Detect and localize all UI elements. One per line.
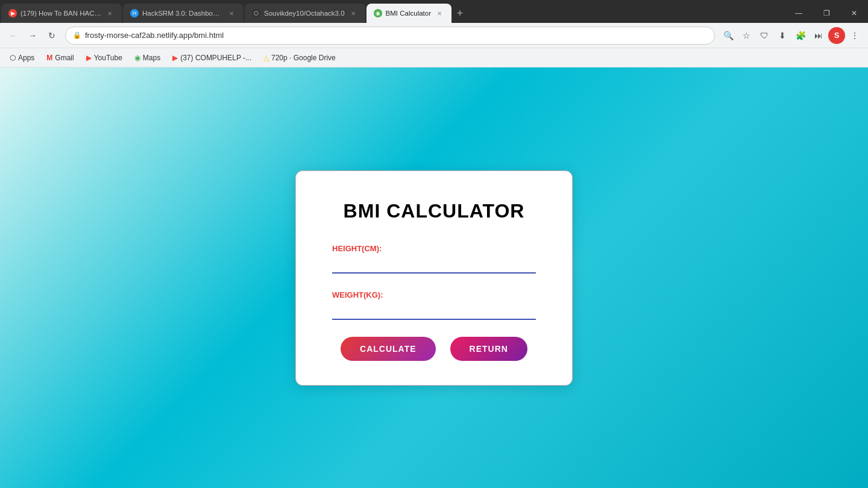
bookmark-youtube[interactable]: ▶ YouTube (81, 52, 127, 63)
nav-right-controls: 🔍 ☆ 🛡 ⬇ 🧩 ⏭ S ⋮ (720, 27, 863, 44)
height-input[interactable] (332, 257, 536, 274)
tab-github[interactable]: ⬡ Souvikdey10/Octahack3.0 ✕ (245, 4, 365, 23)
maps-label: Maps (143, 54, 160, 62)
tab-favicon-bmi: ◉ (374, 9, 382, 17)
tab-close-hacksrm[interactable]: ✕ (227, 8, 236, 18)
lock-icon: 🔒 (73, 31, 81, 39)
youtube-favicon: ▶ (86, 54, 92, 62)
refresh-button[interactable]: ↻ (43, 27, 60, 44)
tab-favicon-hacksrm: H (130, 9, 139, 17)
tab-close-hackers[interactable]: ✕ (105, 8, 115, 18)
drive-label: 720p · Google Drive (271, 54, 336, 62)
weight-label: WEIGHT(KG): (332, 290, 536, 299)
bookmark-star-btn[interactable]: ☆ (738, 27, 755, 44)
shield-btn[interactable]: 🛡 (756, 27, 773, 44)
apps-favicon: ⬡ (10, 54, 16, 62)
extensions-btn[interactable]: 🧩 (792, 27, 809, 44)
apps-label: Apps (18, 54, 34, 62)
tab-title-bmi: BMI Calculator (386, 10, 431, 17)
bookmark-maps[interactable]: ◉ Maps (130, 52, 165, 63)
compuhelp-label: (37) COMPUHELP -... (180, 54, 251, 62)
back-button[interactable]: ← (5, 27, 22, 44)
profile-button[interactable]: S (828, 27, 845, 44)
weight-group: WEIGHT(KG): (332, 290, 536, 320)
bmi-card: BMI CALCULATOR HEIGHT(CM): WEIGHT(KG): C… (295, 170, 573, 386)
drive-favicon: △ (263, 54, 269, 62)
search-icon-btn[interactable]: 🔍 (720, 27, 737, 44)
close-button[interactable]: ✕ (840, 4, 868, 23)
maximize-button[interactable]: ❐ (813, 4, 840, 23)
nav-bar: ← → ↻ 🔒 frosty-morse-caf2ab.netlify.app/… (0, 23, 868, 48)
tab-hacksrm[interactable]: H HackSRM 3.0: Dashboard | Dev... ✕ (123, 4, 244, 23)
maps-favicon: ◉ (134, 54, 140, 62)
media-btn[interactable]: ⏭ (810, 27, 827, 44)
return-button[interactable]: RETURN (450, 337, 527, 361)
minimize-button[interactable]: — (785, 4, 813, 23)
page-content: BMI CALCULATOR HEIGHT(CM): WEIGHT(KG): C… (0, 67, 868, 488)
tab-close-bmi[interactable]: ✕ (435, 8, 444, 18)
title-bar: ▶ (179) How To BAN HACKERS 😂 ✕ H HackSRM… (0, 0, 868, 23)
tab-title-hackers: (179) How To BAN HACKERS 😂 (20, 9, 101, 17)
window-controls: — ❐ ✕ (785, 4, 868, 23)
downloads-btn[interactable]: ⬇ (774, 27, 791, 44)
bookmarks-bar: ⬡ Apps M Gmail ▶ YouTube ◉ Maps ▶ (37) C… (0, 48, 868, 67)
bookmark-compuhelp[interactable]: ▶ (37) COMPUHELP -... (168, 52, 256, 63)
forward-button[interactable]: → (24, 27, 41, 44)
bookmark-drive[interactable]: △ 720p · Google Drive (259, 52, 341, 63)
weight-input[interactable] (332, 303, 536, 320)
bookmark-apps[interactable]: ⬡ Apps (5, 52, 39, 63)
address-text: frosty-morse-caf2ab.netlify.app/bmi.html (85, 31, 707, 40)
tab-favicon-github: ⬡ (252, 9, 260, 17)
tab-favicon-hackers: ▶ (8, 9, 17, 17)
address-bar[interactable]: 🔒 frosty-morse-caf2ab.netlify.app/bmi.ht… (65, 27, 715, 45)
tab-title-github: Souvikdey10/Octahack3.0 (264, 10, 345, 17)
button-row: CALCULATE RETURN (332, 337, 536, 361)
height-group: HEIGHT(CM): (332, 244, 536, 274)
calculate-button[interactable]: CALCULATE (341, 337, 436, 361)
compuhelp-favicon: ▶ (172, 54, 178, 62)
youtube-label: YouTube (94, 54, 122, 62)
tab-title-hacksrm: HackSRM 3.0: Dashboard | Dev... (142, 10, 223, 17)
new-tab-button[interactable]: + (451, 4, 468, 23)
tab-bmi[interactable]: ◉ BMI Calculator ✕ (366, 4, 451, 23)
bookmark-gmail[interactable]: M Gmail (42, 52, 78, 63)
tab-hackers[interactable]: ▶ (179) How To BAN HACKERS 😂 ✕ (1, 4, 122, 23)
bmi-title: BMI CALCULATOR (332, 200, 536, 222)
more-menu-btn[interactable]: ⋮ (846, 27, 863, 44)
gmail-label: Gmail (55, 54, 74, 62)
browser-frame: ▶ (179) How To BAN HACKERS 😂 ✕ H HackSRM… (0, 0, 868, 488)
tab-close-github[interactable]: ✕ (348, 8, 358, 18)
height-label: HEIGHT(CM): (332, 244, 536, 253)
gmail-favicon: M (46, 54, 52, 62)
